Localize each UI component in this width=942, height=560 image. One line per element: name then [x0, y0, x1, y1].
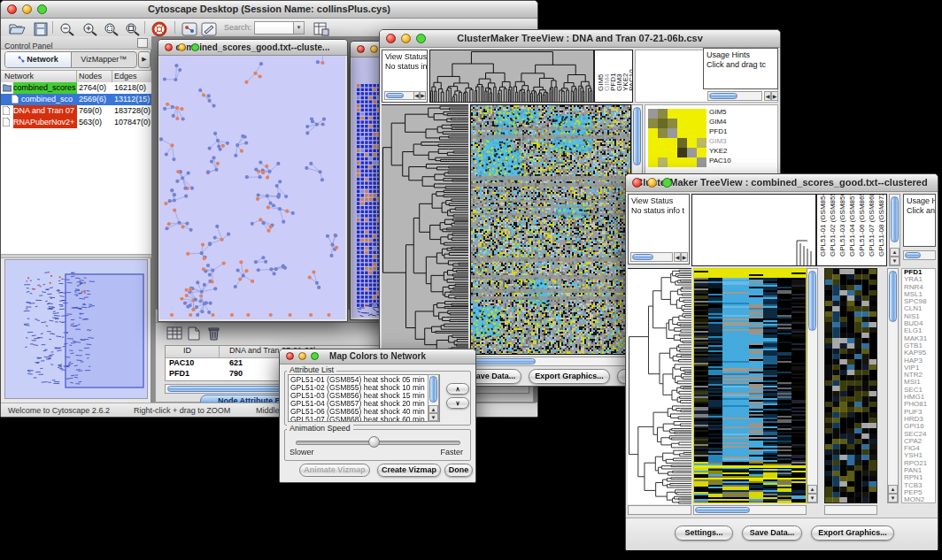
minimize-button[interactable]: [647, 178, 657, 188]
column-label[interactable]: GPL51-02 (GSM855): [829, 194, 838, 257]
scroll-left-arrow[interactable]: ◀: [413, 91, 420, 100]
column-label[interactable]: GPL51-06 (GSM865): [858, 194, 867, 257]
treeview2-titlebar[interactable]: ClusterMaker TreeView : combined_scores_…: [626, 174, 938, 192]
zoom-window-button[interactable]: [311, 352, 319, 360]
move-up-button[interactable]: ∧: [446, 383, 469, 395]
animate-vizmap-button[interactable]: Animate Vizmap: [299, 464, 370, 477]
treeview2-column-dendrogram[interactable]: [691, 194, 816, 266]
network-row-combined-scores[interactable]: combined_scores 2764(0) 16218(0): [1, 82, 151, 94]
zoom-window-button[interactable]: [416, 34, 426, 43]
scroll-left-arrow[interactable]: ◀: [674, 252, 681, 262]
attribute-list-vscrollbar[interactable]: ▲ ▼: [428, 374, 439, 422]
tab-overflow-button[interactable]: ▶: [138, 51, 151, 68]
network-row-selected[interactable]: combined_sco 2569(6) 13112(15): [1, 94, 151, 105]
export-graphics-button[interactable]: Export Graphics...: [811, 525, 894, 541]
panel-splitter[interactable]: [1, 254, 151, 258]
treeview1-column-dendrogram[interactable]: [429, 50, 594, 103]
close-button[interactable]: [632, 178, 642, 188]
gene-label[interactable]: MON2: [904, 496, 935, 503]
close-button[interactable]: [386, 34, 396, 43]
close-button[interactable]: [7, 4, 17, 14]
column-label[interactable]: GPL51-04 (GSM857): [848, 194, 857, 257]
save-icon[interactable]: [31, 21, 50, 37]
help-lifering-icon[interactable]: [150, 21, 169, 37]
treeview2-heatmap[interactable]: [693, 268, 807, 503]
scroll-right-arrow[interactable]: ▶: [420, 91, 426, 100]
treeview1-hscrollbar[interactable]: [470, 357, 631, 366]
treeview2-gene-vscrollbar[interactable]: ▲ ▼: [887, 268, 899, 503]
open-file-icon[interactable]: [8, 21, 27, 37]
usage-hscrollbar[interactable]: [707, 91, 762, 101]
gene-label[interactable]: GIM5: [709, 107, 731, 117]
annotation-tool-icon[interactable]: [199, 21, 219, 37]
zoom-in-icon[interactable]: [81, 21, 100, 37]
network-graph-canvas[interactable]: [159, 56, 345, 319]
save-data-button[interactable]: Save Data...: [742, 525, 802, 541]
close-button[interactable]: [357, 45, 365, 53]
gene-label[interactable]: GIM3: [709, 136, 731, 146]
global-hscrollbar[interactable]: [824, 505, 877, 515]
gene-label[interactable]: GIM4: [709, 117, 731, 127]
scroll-down-arrow[interactable]: ▼: [890, 257, 900, 265]
treeview1-heatmap[interactable]: [470, 104, 631, 355]
minimize-button[interactable]: [401, 34, 411, 43]
done-button[interactable]: Done: [444, 464, 473, 477]
scroll-down-arrow[interactable]: ▼: [888, 494, 898, 502]
attribute-list[interactable]: GPL51-01 (GSM854) heat shock 05 minGPL51…: [288, 374, 440, 422]
view-status-hscrollbar[interactable]: [630, 252, 673, 262]
network-tool-icon[interactable]: [180, 21, 199, 37]
treeview1-titlebar[interactable]: ClusterMaker TreeView : DNA and Tran 07-…: [380, 30, 780, 48]
column-label[interactable]: GPL51-07 (GSM868): [868, 194, 876, 257]
settings-button[interactable]: Settings...: [675, 525, 733, 541]
scroll-down-arrow[interactable]: ▼: [429, 413, 438, 421]
main-titlebar[interactable]: Cytoscape Desktop (Session Name: collins…: [1, 1, 537, 19]
col-edges[interactable]: Edges: [114, 72, 137, 81]
treeview1-zoom-heatmap[interactable]: [648, 109, 706, 167]
column-label[interactable]: PAC10: [628, 69, 633, 91]
zoom-window-button[interactable]: [191, 43, 199, 51]
network-window1-titlebar[interactable]: combined_scores_good.txt--cluste...: [158, 40, 347, 56]
network-row-dna-tran[interactable]: DNA and Tran 07 769(0) 183728(0): [1, 105, 151, 117]
gene-label[interactable]: YKE2: [709, 146, 731, 156]
new-attribute-icon[interactable]: [188, 326, 200, 341]
treeview2-top-vscrollbar[interactable]: ▲ ▼: [889, 194, 900, 266]
table-row[interactable]: PFD1: [169, 369, 189, 378]
scroll-up-arrow[interactable]: ▲: [890, 248, 900, 257]
scroll-up-arrow[interactable]: ▲: [807, 485, 817, 494]
column-label[interactable]: GPL51-03 (GSM856): [838, 194, 847, 257]
column-label[interactable]: GPL51-01 (GSM854): [819, 194, 828, 257]
table-icon[interactable]: [166, 326, 182, 341]
scroll-up-arrow[interactable]: ▲: [888, 485, 898, 494]
float-panel-icon[interactable]: [137, 38, 148, 48]
scroll-right-arrow[interactable]: ▶: [681, 252, 688, 262]
minimize-button[interactable]: [178, 43, 186, 51]
minimize-button[interactable]: [370, 45, 378, 53]
create-vizmap-button[interactable]: Create Vizmap: [377, 464, 441, 477]
column-label[interactable]: GPL51-08 (GSM872): [877, 194, 886, 257]
tab-vizmapper[interactable]: VizMapper™: [72, 52, 137, 67]
id-column-header[interactable]: ID: [183, 346, 191, 355]
view-status-hscrollbar[interactable]: [384, 91, 416, 100]
trash-icon[interactable]: [207, 326, 220, 341]
zoom-selected-icon[interactable]: [102, 21, 121, 37]
tab-network[interactable]: Network: [5, 52, 72, 67]
heatmap-hscrollbar[interactable]: [693, 505, 807, 515]
scroll-down-arrow[interactable]: ▼: [807, 494, 817, 502]
scroll-up-arrow[interactable]: ▲: [429, 405, 438, 413]
gene-label[interactable]: PAC10: [709, 156, 731, 165]
animation-speed-slider-thumb[interactable]: [368, 436, 380, 448]
close-button[interactable]: [165, 43, 173, 51]
birdseye-view-canvas[interactable]: [4, 259, 148, 399]
col-nodes[interactable]: Nodes: [79, 72, 102, 81]
zoom-window-button[interactable]: [662, 178, 672, 188]
treeview2-vscrollbar[interactable]: ▲ ▼: [807, 268, 818, 503]
scroll-right-arrow[interactable]: ▶: [771, 91, 778, 101]
scroll-left-arrow[interactable]: ◀: [764, 91, 771, 101]
close-button[interactable]: [286, 352, 294, 360]
search-dropdown-button[interactable]: ▼: [293, 21, 305, 35]
table-import-icon[interactable]: [311, 21, 330, 37]
network-row-rnapuber[interactable]: RNAPuberNov2+ 563(0) 107847(0): [1, 117, 151, 128]
dialog-titlebar[interactable]: Map Colors to Network: [280, 349, 475, 364]
usage-hscrollbar[interactable]: [903, 250, 936, 260]
col-network[interactable]: Network: [4, 72, 34, 81]
